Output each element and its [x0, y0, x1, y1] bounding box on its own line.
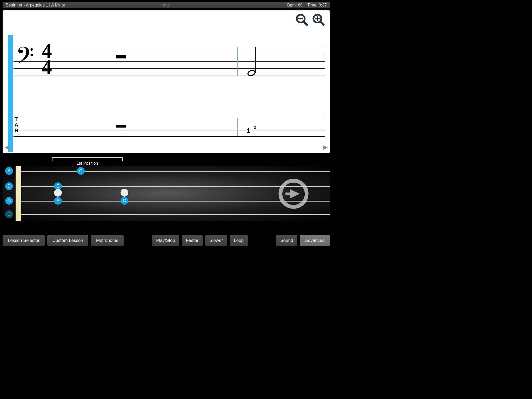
- open-note-a[interactable]: A: [5, 167, 13, 175]
- loop-button[interactable]: Loop: [230, 235, 248, 246]
- score-prev-button[interactable]: ◀: [5, 144, 9, 151]
- svg-line-3: [304, 22, 307, 25]
- tab-rest: [116, 125, 126, 128]
- open-note-d[interactable]: D: [5, 182, 13, 190]
- svg-rect-10: [285, 192, 291, 195]
- lesson-selector-button[interactable]: Lesson Selector: [3, 235, 45, 246]
- svg-line-6: [320, 22, 324, 25]
- play-button[interactable]: [278, 178, 309, 209]
- fretboard-panel: 1st Position A D G C CEAC: [3, 155, 330, 223]
- music-staff: [14, 47, 325, 76]
- tab-fret-number: 1: [247, 127, 250, 134]
- fret-marker[interactable]: [54, 189, 62, 197]
- fret-note-c[interactable]: C: [77, 167, 85, 175]
- fret-note-c[interactable]: C: [121, 197, 128, 205]
- sound-button[interactable]: Sound: [276, 235, 297, 246]
- string-a: [21, 171, 330, 172]
- zoom-out-button[interactable]: [295, 13, 309, 26]
- whole-rest: [116, 55, 126, 58]
- tab-barline: [237, 118, 238, 136]
- metronome-button[interactable]: Metronome: [91, 235, 124, 246]
- svg-point-0: [163, 5, 169, 7]
- lesson-title: Beginner - Arpeggios 1 | A Minor: [6, 3, 65, 8]
- bpm-display: Bpm: 60: [287, 3, 303, 8]
- tab-staff: [14, 118, 325, 136]
- time-signature: 44: [42, 43, 52, 75]
- play-stop-button[interactable]: Play/Stop: [152, 235, 179, 246]
- position-bracket: [52, 157, 123, 161]
- tab-label: T A B: [15, 116, 18, 133]
- advanced-button[interactable]: Advanced: [300, 235, 330, 246]
- bass-clef: 𝄢: [16, 44, 34, 73]
- tab-finger-number: 1: [254, 125, 256, 129]
- score-panel: 𝄢 44 T A B 1 1 ◀ ▶: [3, 10, 330, 153]
- fretboard-nut: [16, 166, 21, 221]
- open-note-g[interactable]: G: [5, 197, 13, 205]
- string-c: [21, 214, 330, 215]
- fret-marker[interactable]: [121, 189, 128, 197]
- brand-logo: Purely Cello: [160, 3, 173, 8]
- zoom-in-button[interactable]: [312, 13, 325, 26]
- barline: [237, 47, 238, 76]
- faster-button[interactable]: Faster: [182, 235, 203, 246]
- fret-note-a[interactable]: A: [54, 197, 62, 205]
- slower-button[interactable]: Slower: [205, 235, 227, 246]
- position-label: 1st Position: [52, 161, 123, 166]
- svg-text:Purely Cello: Purely Cello: [163, 4, 170, 5]
- bottom-toolbar: Lesson Selector Custom Lesson Metronome …: [3, 235, 330, 246]
- open-note-c[interactable]: C: [5, 210, 13, 218]
- playhead-cursor: [8, 35, 13, 152]
- score-next-button[interactable]: ▶: [323, 144, 328, 151]
- custom-lesson-button[interactable]: Custom Lesson: [47, 235, 88, 246]
- time-display: Time: 0:37: [307, 3, 327, 8]
- header-bar: Beginner - Arpeggios 1 | A Minor Purely …: [3, 2, 330, 8]
- note-stem: [255, 47, 256, 73]
